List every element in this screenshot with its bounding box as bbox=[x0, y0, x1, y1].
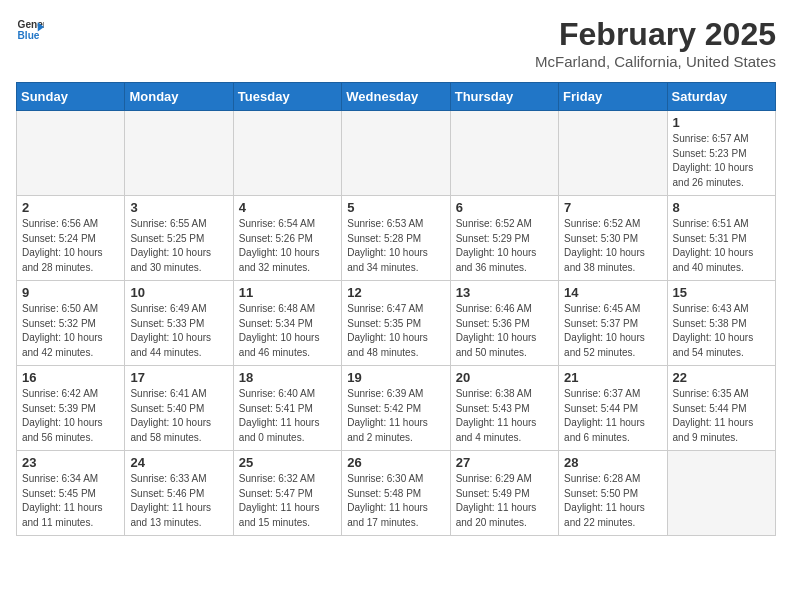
day-info: Sunrise: 6:57 AM Sunset: 5:23 PM Dayligh… bbox=[673, 132, 770, 190]
calendar-subtitle: McFarland, California, United States bbox=[535, 53, 776, 70]
day-cell: 2Sunrise: 6:56 AM Sunset: 5:24 PM Daylig… bbox=[17, 196, 125, 281]
col-header-monday: Monday bbox=[125, 83, 233, 111]
day-cell bbox=[342, 111, 450, 196]
col-header-tuesday: Tuesday bbox=[233, 83, 341, 111]
day-cell: 20Sunrise: 6:38 AM Sunset: 5:43 PM Dayli… bbox=[450, 366, 558, 451]
header-row: SundayMondayTuesdayWednesdayThursdayFrid… bbox=[17, 83, 776, 111]
day-info: Sunrise: 6:50 AM Sunset: 5:32 PM Dayligh… bbox=[22, 302, 119, 360]
week-row-4: 23Sunrise: 6:34 AM Sunset: 5:45 PM Dayli… bbox=[17, 451, 776, 536]
col-header-friday: Friday bbox=[559, 83, 667, 111]
day-number: 6 bbox=[456, 200, 553, 215]
logo: General Blue bbox=[16, 16, 44, 44]
col-header-saturday: Saturday bbox=[667, 83, 775, 111]
day-cell: 12Sunrise: 6:47 AM Sunset: 5:35 PM Dayli… bbox=[342, 281, 450, 366]
day-info: Sunrise: 6:56 AM Sunset: 5:24 PM Dayligh… bbox=[22, 217, 119, 275]
day-number: 27 bbox=[456, 455, 553, 470]
day-number: 12 bbox=[347, 285, 444, 300]
day-cell: 14Sunrise: 6:45 AM Sunset: 5:37 PM Dayli… bbox=[559, 281, 667, 366]
day-info: Sunrise: 6:51 AM Sunset: 5:31 PM Dayligh… bbox=[673, 217, 770, 275]
day-number: 13 bbox=[456, 285, 553, 300]
day-cell: 19Sunrise: 6:39 AM Sunset: 5:42 PM Dayli… bbox=[342, 366, 450, 451]
day-cell: 18Sunrise: 6:40 AM Sunset: 5:41 PM Dayli… bbox=[233, 366, 341, 451]
day-cell: 8Sunrise: 6:51 AM Sunset: 5:31 PM Daylig… bbox=[667, 196, 775, 281]
day-cell: 15Sunrise: 6:43 AM Sunset: 5:38 PM Dayli… bbox=[667, 281, 775, 366]
day-number: 18 bbox=[239, 370, 336, 385]
day-cell: 4Sunrise: 6:54 AM Sunset: 5:26 PM Daylig… bbox=[233, 196, 341, 281]
day-cell: 17Sunrise: 6:41 AM Sunset: 5:40 PM Dayli… bbox=[125, 366, 233, 451]
day-info: Sunrise: 6:40 AM Sunset: 5:41 PM Dayligh… bbox=[239, 387, 336, 445]
day-info: Sunrise: 6:30 AM Sunset: 5:48 PM Dayligh… bbox=[347, 472, 444, 530]
col-header-wednesday: Wednesday bbox=[342, 83, 450, 111]
day-number: 16 bbox=[22, 370, 119, 385]
page-header: General Blue February 2025 McFarland, Ca… bbox=[16, 16, 776, 70]
day-info: Sunrise: 6:29 AM Sunset: 5:49 PM Dayligh… bbox=[456, 472, 553, 530]
day-info: Sunrise: 6:33 AM Sunset: 5:46 PM Dayligh… bbox=[130, 472, 227, 530]
day-number: 26 bbox=[347, 455, 444, 470]
day-cell bbox=[125, 111, 233, 196]
day-cell: 5Sunrise: 6:53 AM Sunset: 5:28 PM Daylig… bbox=[342, 196, 450, 281]
day-info: Sunrise: 6:37 AM Sunset: 5:44 PM Dayligh… bbox=[564, 387, 661, 445]
day-number: 23 bbox=[22, 455, 119, 470]
day-cell bbox=[450, 111, 558, 196]
day-cell: 26Sunrise: 6:30 AM Sunset: 5:48 PM Dayli… bbox=[342, 451, 450, 536]
day-info: Sunrise: 6:38 AM Sunset: 5:43 PM Dayligh… bbox=[456, 387, 553, 445]
day-cell: 16Sunrise: 6:42 AM Sunset: 5:39 PM Dayli… bbox=[17, 366, 125, 451]
day-cell: 7Sunrise: 6:52 AM Sunset: 5:30 PM Daylig… bbox=[559, 196, 667, 281]
day-cell: 3Sunrise: 6:55 AM Sunset: 5:25 PM Daylig… bbox=[125, 196, 233, 281]
logo-icon: General Blue bbox=[16, 16, 44, 44]
day-cell bbox=[667, 451, 775, 536]
day-cell: 23Sunrise: 6:34 AM Sunset: 5:45 PM Dayli… bbox=[17, 451, 125, 536]
day-number: 28 bbox=[564, 455, 661, 470]
day-number: 20 bbox=[456, 370, 553, 385]
day-number: 15 bbox=[673, 285, 770, 300]
day-info: Sunrise: 6:46 AM Sunset: 5:36 PM Dayligh… bbox=[456, 302, 553, 360]
day-info: Sunrise: 6:32 AM Sunset: 5:47 PM Dayligh… bbox=[239, 472, 336, 530]
day-info: Sunrise: 6:53 AM Sunset: 5:28 PM Dayligh… bbox=[347, 217, 444, 275]
day-number: 17 bbox=[130, 370, 227, 385]
day-info: Sunrise: 6:55 AM Sunset: 5:25 PM Dayligh… bbox=[130, 217, 227, 275]
day-number: 4 bbox=[239, 200, 336, 215]
day-number: 21 bbox=[564, 370, 661, 385]
day-number: 1 bbox=[673, 115, 770, 130]
day-info: Sunrise: 6:43 AM Sunset: 5:38 PM Dayligh… bbox=[673, 302, 770, 360]
day-info: Sunrise: 6:54 AM Sunset: 5:26 PM Dayligh… bbox=[239, 217, 336, 275]
day-number: 3 bbox=[130, 200, 227, 215]
day-info: Sunrise: 6:47 AM Sunset: 5:35 PM Dayligh… bbox=[347, 302, 444, 360]
day-cell bbox=[233, 111, 341, 196]
day-number: 24 bbox=[130, 455, 227, 470]
day-number: 7 bbox=[564, 200, 661, 215]
day-number: 19 bbox=[347, 370, 444, 385]
day-number: 2 bbox=[22, 200, 119, 215]
day-cell: 24Sunrise: 6:33 AM Sunset: 5:46 PM Dayli… bbox=[125, 451, 233, 536]
day-info: Sunrise: 6:39 AM Sunset: 5:42 PM Dayligh… bbox=[347, 387, 444, 445]
calendar-table: SundayMondayTuesdayWednesdayThursdayFrid… bbox=[16, 82, 776, 536]
day-cell: 13Sunrise: 6:46 AM Sunset: 5:36 PM Dayli… bbox=[450, 281, 558, 366]
day-info: Sunrise: 6:52 AM Sunset: 5:29 PM Dayligh… bbox=[456, 217, 553, 275]
svg-text:Blue: Blue bbox=[18, 30, 40, 41]
day-number: 9 bbox=[22, 285, 119, 300]
day-info: Sunrise: 6:35 AM Sunset: 5:44 PM Dayligh… bbox=[673, 387, 770, 445]
title-block: February 2025 McFarland, California, Uni… bbox=[535, 16, 776, 70]
day-info: Sunrise: 6:45 AM Sunset: 5:37 PM Dayligh… bbox=[564, 302, 661, 360]
day-cell: 27Sunrise: 6:29 AM Sunset: 5:49 PM Dayli… bbox=[450, 451, 558, 536]
day-cell: 9Sunrise: 6:50 AM Sunset: 5:32 PM Daylig… bbox=[17, 281, 125, 366]
week-row-3: 16Sunrise: 6:42 AM Sunset: 5:39 PM Dayli… bbox=[17, 366, 776, 451]
col-header-thursday: Thursday bbox=[450, 83, 558, 111]
day-number: 5 bbox=[347, 200, 444, 215]
week-row-1: 2Sunrise: 6:56 AM Sunset: 5:24 PM Daylig… bbox=[17, 196, 776, 281]
calendar-title: February 2025 bbox=[535, 16, 776, 53]
day-number: 11 bbox=[239, 285, 336, 300]
day-info: Sunrise: 6:42 AM Sunset: 5:39 PM Dayligh… bbox=[22, 387, 119, 445]
day-number: 25 bbox=[239, 455, 336, 470]
day-number: 8 bbox=[673, 200, 770, 215]
day-info: Sunrise: 6:49 AM Sunset: 5:33 PM Dayligh… bbox=[130, 302, 227, 360]
day-cell: 11Sunrise: 6:48 AM Sunset: 5:34 PM Dayli… bbox=[233, 281, 341, 366]
day-number: 10 bbox=[130, 285, 227, 300]
day-cell: 10Sunrise: 6:49 AM Sunset: 5:33 PM Dayli… bbox=[125, 281, 233, 366]
day-number: 22 bbox=[673, 370, 770, 385]
week-row-0: 1Sunrise: 6:57 AM Sunset: 5:23 PM Daylig… bbox=[17, 111, 776, 196]
day-cell: 28Sunrise: 6:28 AM Sunset: 5:50 PM Dayli… bbox=[559, 451, 667, 536]
day-cell: 22Sunrise: 6:35 AM Sunset: 5:44 PM Dayli… bbox=[667, 366, 775, 451]
day-info: Sunrise: 6:34 AM Sunset: 5:45 PM Dayligh… bbox=[22, 472, 119, 530]
day-info: Sunrise: 6:41 AM Sunset: 5:40 PM Dayligh… bbox=[130, 387, 227, 445]
